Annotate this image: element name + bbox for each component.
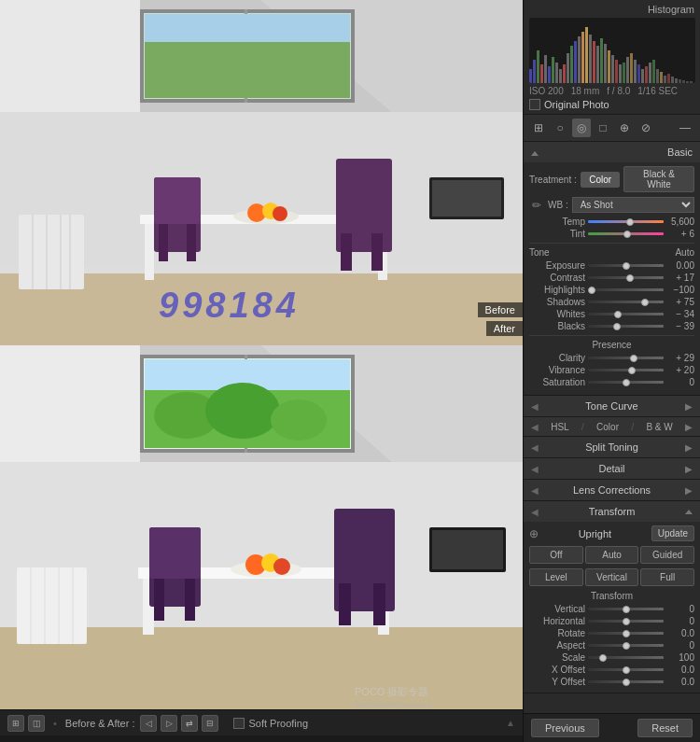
horizontal-label: Horizontal <box>529 616 585 626</box>
off-btn[interactable]: Off <box>529 546 583 564</box>
exposure-slider-row: Exposure 0.00 <box>529 260 694 271</box>
lens-corrections-section[interactable]: ◀ Lens Corrections ▶ <box>524 480 700 501</box>
compare-icon[interactable]: ◫ <box>28 715 45 732</box>
scale-track[interactable] <box>588 656 664 659</box>
svg-rect-69 <box>149 527 201 579</box>
settings-tool[interactable]: — <box>676 119 694 137</box>
detail-section[interactable]: ◀ Detail ▶ <box>524 458 700 480</box>
red-eye-tool[interactable]: ◎ <box>572 119 591 137</box>
bottom-toolbar: ⊞ ◫ • Before & After : ◁ ▷ ⇄ ⊟ Soft Proo… <box>0 709 523 735</box>
horizontal-track[interactable] <box>588 620 664 623</box>
exposure-label: Exposure <box>529 260 585 271</box>
previous-btn[interactable]: Previous <box>531 719 599 737</box>
yoffset-track[interactable] <box>588 680 664 683</box>
vertical-track[interactable] <box>588 608 664 610</box>
saturation-value: 0 <box>666 377 694 387</box>
tone-curve-section[interactable]: ◀ Tone Curve ▶ <box>524 396 700 417</box>
right-panel: Histogram <box>523 0 700 742</box>
clarity-slider-row: Clarity + 29 <box>529 353 694 363</box>
svg-rect-9 <box>351 9 355 103</box>
reset-btn[interactable]: Reset <box>637 719 693 737</box>
navigation-bar: Previous Reset <box>524 713 700 742</box>
wb-select[interactable]: As Shot <box>572 197 694 213</box>
spot-heal-tool[interactable]: ○ <box>551 119 569 137</box>
svg-rect-100 <box>596 46 599 83</box>
svg-rect-118 <box>664 76 666 83</box>
rotate-track[interactable] <box>588 632 664 635</box>
swap-icon[interactable]: ⇄ <box>181 715 198 732</box>
contrast-track[interactable] <box>588 276 664 279</box>
split-toning-title: Split Toning <box>585 441 638 453</box>
svg-rect-25 <box>159 224 168 261</box>
svg-rect-112 <box>641 69 644 83</box>
svg-rect-95 <box>578 36 581 83</box>
split-toning-marker: ◀ <box>531 442 539 453</box>
transform-panel-header[interactable]: ◀ Transform <box>524 501 700 522</box>
color-btn[interactable]: Color <box>581 172 620 188</box>
svg-rect-31 <box>19 215 84 289</box>
split-toning-section[interactable]: ◀ Split Toning ▶ <box>524 437 700 458</box>
xoffset-track[interactable] <box>588 668 664 671</box>
hsl-row: ◀ HSL / Color / B & W ▶ <box>524 417 700 437</box>
filter-tool[interactable]: ⊕ <box>615 119 634 137</box>
layout-icon[interactable]: ⊟ <box>202 715 218 732</box>
grid-icon[interactable]: ⊞ <box>7 715 24 732</box>
update-btn[interactable]: Update <box>651 525 694 541</box>
svg-rect-11 <box>145 37 350 98</box>
before-after-label: Before & After : <box>65 718 135 729</box>
prev-icon[interactable]: ◁ <box>140 715 157 732</box>
tone-auto-btn[interactable]: Auto <box>675 247 694 258</box>
guided-btn[interactable]: Guided <box>640 546 694 564</box>
yoffset-label: Y Offset <box>529 677 585 687</box>
after-photo: POCO 摄影专题 http://photo.poco.cn/ <box>0 345 523 709</box>
crop-tool[interactable]: ⊞ <box>529 119 548 137</box>
blacks-track[interactable] <box>588 325 664 328</box>
bw-btn[interactable]: Black & White <box>623 166 694 192</box>
iso-value: ISO 200 <box>529 86 564 96</box>
temp-track[interactable] <box>588 220 664 223</box>
lens-marker: ◀ <box>531 485 539 496</box>
hsl-link[interactable]: HSL <box>551 422 568 432</box>
aperture-value: f / 8.0 <box>607 86 630 96</box>
bw-link[interactable]: B & W <box>646 422 672 432</box>
brush-tool[interactable]: □ <box>594 119 612 137</box>
color-link[interactable]: Color <box>596 422 619 432</box>
horizontal-value: 0 <box>666 616 694 626</box>
original-photo-checkbox[interactable] <box>529 99 540 110</box>
aspect-value: 0 <box>666 640 694 651</box>
scale-slider-row: Scale 100 <box>529 652 694 663</box>
level-btn[interactable]: Level <box>529 568 583 586</box>
saturation-track[interactable] <box>588 381 664 384</box>
lens-corrections-title: Lens Corrections <box>573 484 651 496</box>
tint-track[interactable] <box>588 232 664 235</box>
vertical-btn[interactable]: Vertical <box>585 568 639 586</box>
panel-collapse-icon <box>531 147 539 158</box>
scale-value: 100 <box>666 652 694 663</box>
auto-btn[interactable]: Auto <box>585 546 639 564</box>
next-icon[interactable]: ▷ <box>161 715 177 732</box>
xoffset-label: X Offset <box>529 665 585 675</box>
soft-proofing: Soft Proofing <box>233 718 308 729</box>
svg-rect-117 <box>660 72 663 83</box>
highlights-track[interactable] <box>588 288 664 291</box>
shadows-track[interactable] <box>588 301 664 303</box>
aspect-track[interactable] <box>588 644 664 647</box>
blacks-label: Blacks <box>529 321 585 331</box>
exposure-track[interactable] <box>588 264 664 267</box>
svg-rect-85 <box>540 64 543 83</box>
wb-label: WB : <box>548 200 568 210</box>
eyedropper-icon[interactable]: ✏ <box>529 198 544 213</box>
vibrance-track[interactable] <box>588 369 664 371</box>
svg-rect-29 <box>341 233 352 271</box>
svg-rect-71 <box>339 583 351 625</box>
range-mask-tool[interactable]: ⊘ <box>637 119 655 137</box>
whites-slider-row: Whites − 34 <box>529 309 694 319</box>
svg-point-23 <box>273 206 287 221</box>
whites-track[interactable] <box>588 313 664 315</box>
clarity-track[interactable] <box>588 357 664 359</box>
basic-panel-header[interactable]: Basic <box>524 142 700 162</box>
full-btn[interactable]: Full <box>640 568 694 586</box>
transform-marker: ◀ <box>531 507 539 517</box>
treatment-row: Treatment : Color Black & White <box>529 166 694 192</box>
soft-proof-checkbox[interactable] <box>233 718 245 729</box>
